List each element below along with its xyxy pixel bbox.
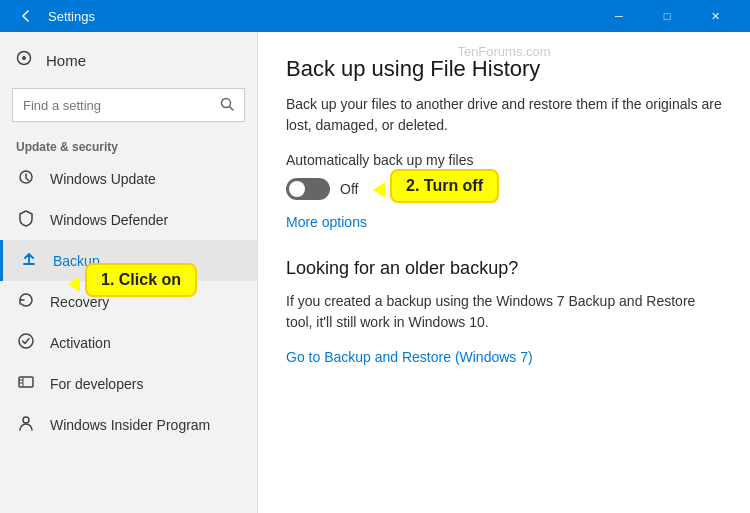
description-text: Back up your files to another drive and …: [286, 94, 722, 136]
toggle-row: Off: [286, 178, 722, 200]
windows-update-icon: [16, 168, 36, 189]
svg-point-1: [22, 56, 26, 60]
sidebar-home-item[interactable]: Home: [0, 40, 257, 80]
main-container: Home Update & security Windows Update: [0, 32, 750, 513]
activation-icon: [16, 332, 36, 353]
sidebar-item-windows-update[interactable]: Windows Update: [0, 158, 257, 199]
sidebar-item-for-developers[interactable]: For developers: [0, 363, 257, 404]
svg-point-5: [19, 334, 33, 348]
older-backup-description: If you created a backup using the Window…: [286, 291, 722, 333]
sidebar-item-windows-insider[interactable]: Windows Insider Program: [0, 404, 257, 445]
page-title: Back up using File History: [286, 56, 722, 82]
sidebar-item-label: Windows Insider Program: [50, 417, 210, 433]
home-label: Home: [46, 52, 86, 69]
maximize-button[interactable]: □: [644, 0, 690, 32]
title-bar: Settings ─ □ ✕: [0, 0, 750, 32]
sidebar-item-label: Windows Update: [50, 171, 156, 187]
sidebar-item-backup[interactable]: Backup: [0, 240, 257, 281]
sidebar-item-label: Recovery: [50, 294, 109, 310]
section-label: Update & security: [0, 134, 257, 158]
backup-icon: [19, 250, 39, 271]
windows-insider-icon: [16, 414, 36, 435]
sidebar-item-label: Activation: [50, 335, 111, 351]
developers-icon: [16, 373, 36, 394]
sidebar-item-label: Windows Defender: [50, 212, 168, 228]
more-options-link[interactable]: More options: [286, 214, 367, 230]
home-icon: [16, 50, 32, 70]
older-backup-title: Looking for an older backup?: [286, 258, 722, 279]
backup-toggle[interactable]: [286, 178, 330, 200]
search-icon: [220, 97, 234, 114]
close-button[interactable]: ✕: [692, 0, 738, 32]
search-box[interactable]: [12, 88, 245, 122]
sidebar: Home Update & security Windows Update: [0, 32, 258, 513]
minimize-button[interactable]: ─: [596, 0, 642, 32]
app-title: Settings: [48, 9, 95, 24]
sidebar-item-label: Backup: [53, 253, 100, 269]
svg-point-10: [23, 417, 29, 423]
sidebar-item-recovery[interactable]: Recovery: [0, 281, 257, 322]
toggle-text: Off: [340, 181, 358, 197]
backup-restore-link[interactable]: Go to Backup and Restore (Windows 7): [286, 349, 533, 365]
sidebar-item-windows-defender[interactable]: Windows Defender: [0, 199, 257, 240]
windows-defender-icon: [16, 209, 36, 230]
sidebar-item-activation[interactable]: Activation: [0, 322, 257, 363]
svg-line-3: [230, 106, 234, 110]
sidebar-item-label: For developers: [50, 376, 143, 392]
svg-rect-6: [19, 377, 33, 387]
search-input[interactable]: [23, 98, 220, 113]
recovery-icon: [16, 291, 36, 312]
back-button[interactable]: [12, 2, 40, 30]
content-area: TenForums.com Back up using File History…: [258, 32, 750, 513]
auto-backup-label: Automatically back up my files: [286, 152, 722, 168]
window-controls: ─ □ ✕: [596, 0, 738, 32]
